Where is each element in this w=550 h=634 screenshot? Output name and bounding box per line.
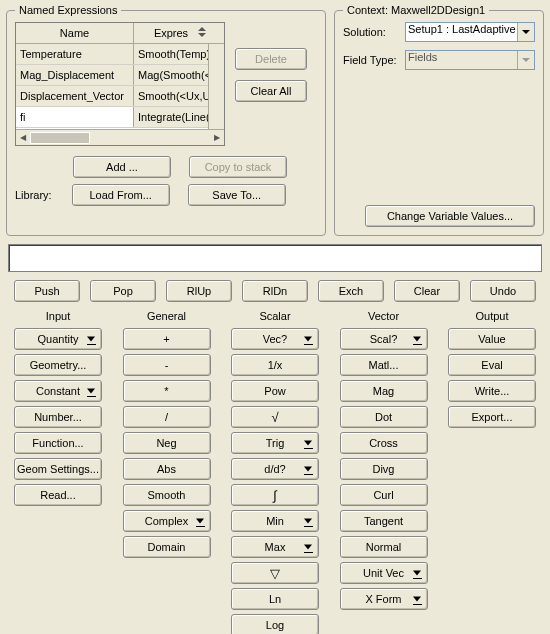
add-button[interactable]: Add ... bbox=[73, 156, 171, 178]
integral-icon: ∫ bbox=[273, 489, 277, 502]
nabla-button[interactable]: ▽ bbox=[231, 562, 319, 584]
scalar-header: Scalar bbox=[259, 308, 290, 324]
scroll-left-icon[interactable]: ◀ bbox=[16, 131, 30, 145]
context-group: Context: Maxwell2DDesign1 Solution: Setu… bbox=[334, 4, 544, 236]
derivative-button[interactable]: d/d? bbox=[231, 458, 319, 480]
domain-button[interactable]: Domain bbox=[123, 536, 211, 558]
col-header-name[interactable]: Name bbox=[16, 23, 134, 43]
minus-button[interactable]: - bbox=[123, 354, 211, 376]
geometry-button[interactable]: Geometry... bbox=[14, 354, 102, 376]
rldn-button[interactable]: RlDn bbox=[242, 280, 308, 302]
unit-vec-button[interactable]: Unit Vec bbox=[340, 562, 428, 584]
exch-button[interactable]: Exch bbox=[318, 280, 384, 302]
vec-button[interactable]: Vec? bbox=[231, 328, 319, 350]
field-type-select: Fields bbox=[405, 50, 535, 70]
max-button[interactable]: Max bbox=[231, 536, 319, 558]
export-button[interactable]: Export... bbox=[448, 406, 536, 428]
expression-input[interactable] bbox=[8, 244, 542, 272]
general-header: General bbox=[147, 308, 186, 324]
constant-button[interactable]: Constant bbox=[14, 380, 102, 402]
table-row[interactable]: Displacement_Vector Smooth(<Ux,Uy,0 bbox=[16, 86, 208, 107]
read-button[interactable]: Read... bbox=[14, 484, 102, 506]
quantity-button[interactable]: Quantity bbox=[14, 328, 102, 350]
pow-button[interactable]: Pow bbox=[231, 380, 319, 402]
solution-label: Solution: bbox=[343, 26, 405, 38]
ln-button[interactable]: Ln bbox=[231, 588, 319, 610]
dot-button[interactable]: Dot bbox=[340, 406, 428, 428]
write-button[interactable]: Write... bbox=[448, 380, 536, 402]
push-button[interactable]: Push bbox=[14, 280, 80, 302]
table-row[interactable]: Mag_Displacement Mag(Smooth(<Ux bbox=[16, 65, 208, 86]
rlup-button[interactable]: RlUp bbox=[166, 280, 232, 302]
clear-button[interactable]: Clear bbox=[394, 280, 460, 302]
named-expressions-legend: Named Expressions bbox=[15, 4, 121, 16]
field-type-label: Field Type: bbox=[343, 54, 405, 66]
sqrt-button[interactable]: √ bbox=[231, 406, 319, 428]
context-legend: Context: Maxwell2DDesign1 bbox=[343, 4, 489, 16]
plus-button[interactable]: + bbox=[123, 328, 211, 350]
normal-button[interactable]: Normal bbox=[340, 536, 428, 558]
scroll-right-icon[interactable]: ▶ bbox=[210, 131, 224, 145]
output-column: Output Value Eval Write... Export... bbox=[448, 308, 536, 634]
load-from-button[interactable]: Load From... bbox=[72, 184, 170, 206]
undo-button[interactable]: Undo bbox=[470, 280, 536, 302]
input-column: Input Quantity Geometry... Constant Numb… bbox=[14, 308, 102, 634]
solution-select[interactable]: Setup1 : LastAdaptive bbox=[405, 22, 535, 42]
clear-all-button[interactable]: Clear All bbox=[235, 80, 307, 102]
function-button[interactable]: Function... bbox=[14, 432, 102, 454]
sqrt-icon: √ bbox=[271, 411, 278, 424]
divide-button[interactable]: / bbox=[123, 406, 211, 428]
tangent-button[interactable]: Tangent bbox=[340, 510, 428, 532]
table-header: Name Expres bbox=[16, 23, 224, 44]
matl-button[interactable]: Matl... bbox=[340, 354, 428, 376]
scal-button[interactable]: Scal? bbox=[340, 328, 428, 350]
scroll-down-icon[interactable] bbox=[210, 115, 224, 129]
change-variable-values-button[interactable]: Change Variable Values... bbox=[365, 205, 535, 227]
vector-header: Vector bbox=[368, 308, 399, 324]
divg-button[interactable]: Divg bbox=[340, 458, 428, 480]
trig-button[interactable]: Trig bbox=[231, 432, 319, 454]
library-label: Library: bbox=[15, 189, 52, 201]
eval-button[interactable]: Eval bbox=[448, 354, 536, 376]
sort-icon[interactable] bbox=[197, 27, 206, 37]
abs-button[interactable]: Abs bbox=[123, 458, 211, 480]
cross-button[interactable]: Cross bbox=[340, 432, 428, 454]
inverse-button[interactable]: 1/x bbox=[231, 354, 319, 376]
min-button[interactable]: Min bbox=[231, 510, 319, 532]
copy-to-stack-button[interactable]: Copy to stack bbox=[189, 156, 287, 178]
col-header-expression[interactable]: Expres bbox=[134, 23, 208, 43]
input-header: Input bbox=[46, 308, 70, 324]
curl-button[interactable]: Curl bbox=[340, 484, 428, 506]
vector-column: Vector Scal? Matl... Mag Dot Cross Divg … bbox=[340, 308, 428, 634]
number-button[interactable]: Number... bbox=[14, 406, 102, 428]
neg-button[interactable]: Neg bbox=[123, 432, 211, 454]
scalar-column: Scalar Vec? 1/x Pow √ Trig d/d? ∫ Min Ma… bbox=[231, 308, 319, 634]
integral-button[interactable]: ∫ bbox=[231, 484, 319, 506]
named-expressions-group: Named Expressions Name Expres Temperatur… bbox=[6, 4, 326, 236]
general-column: General + - * / Neg Abs Smooth Complex D… bbox=[123, 308, 211, 634]
nabla-icon: ▽ bbox=[270, 567, 280, 580]
table-row[interactable]: Temperature Smooth(Temp) bbox=[16, 44, 208, 65]
vertical-scrollbar[interactable] bbox=[208, 44, 224, 129]
chevron-down-icon[interactable] bbox=[517, 23, 534, 41]
pop-button[interactable]: Pop bbox=[90, 280, 156, 302]
value-button[interactable]: Value bbox=[448, 328, 536, 350]
log-button[interactable]: Log bbox=[231, 614, 319, 634]
geom-settings-button[interactable]: Geom Settings... bbox=[14, 458, 102, 480]
complex-button[interactable]: Complex bbox=[123, 510, 211, 532]
xform-button[interactable]: X Form bbox=[340, 588, 428, 610]
horizontal-scrollbar[interactable]: ◀ ▶ bbox=[16, 129, 224, 145]
scroll-up-icon[interactable] bbox=[210, 44, 224, 58]
mag-button[interactable]: Mag bbox=[340, 380, 428, 402]
named-expressions-table[interactable]: Name Expres Temperature Smooth(Temp) bbox=[15, 22, 225, 146]
delete-button[interactable]: Delete bbox=[235, 48, 307, 70]
save-to-button[interactable]: Save To... bbox=[188, 184, 286, 206]
smooth-button[interactable]: Smooth bbox=[123, 484, 211, 506]
scrollbar-thumb[interactable] bbox=[30, 132, 90, 144]
multiply-button[interactable]: * bbox=[123, 380, 211, 402]
chevron-down-icon bbox=[517, 51, 534, 69]
output-header: Output bbox=[475, 308, 508, 324]
table-row[interactable]: fi Integrate(Line(slo bbox=[16, 107, 208, 128]
